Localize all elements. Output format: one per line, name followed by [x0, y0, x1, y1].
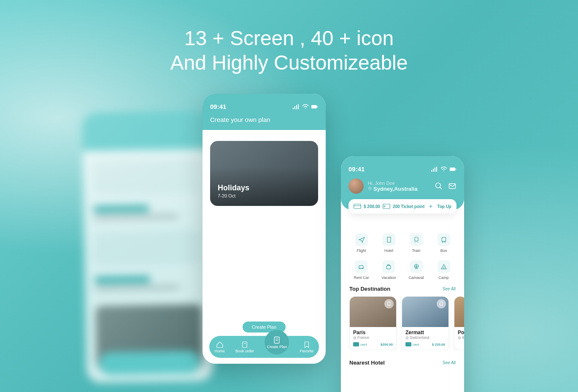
- plan-icon: [273, 336, 281, 344]
- signal-icon: [293, 104, 300, 109]
- cat-carnaval[interactable]: Carnaval: [408, 260, 424, 280]
- status-bar: 09:41: [348, 165, 456, 173]
- svg-point-37: [444, 241, 445, 242]
- svg-rect-8: [275, 337, 280, 343]
- cat-flight[interactable]: Flight: [355, 233, 368, 253]
- svg-rect-32: [415, 237, 418, 241]
- destination-card[interactable]: Paris ◎ France card$200.00: [349, 296, 397, 350]
- phone-mockup-home: 09:41 Hi, John Doe Sydney,Australia: [341, 156, 464, 392]
- nav-create-plan[interactable]: Create Plan: [265, 330, 289, 354]
- plus-icon: [427, 203, 435, 209]
- destination-card[interactable]: Zermatt ◎ Switzerland card$ 220.00: [402, 296, 449, 350]
- greeting: Hi, John Doe: [368, 181, 430, 186]
- bottom-nav: Home Book order Create Plan Favorite: [209, 336, 319, 358]
- battery-icon: [450, 167, 456, 172]
- nav-home[interactable]: Home: [215, 341, 225, 353]
- svg-rect-27: [387, 237, 391, 242]
- pin-icon: [368, 187, 372, 191]
- status-time: 09:41: [348, 165, 365, 173]
- bookmark-icon: [386, 301, 392, 306]
- nav-book-order[interactable]: Book order: [235, 341, 254, 353]
- search-icon[interactable]: [435, 182, 443, 190]
- dest-name: Po: [458, 330, 463, 335]
- svg-rect-0: [293, 108, 294, 109]
- svg-rect-14: [436, 167, 437, 172]
- svg-rect-35: [442, 238, 446, 241]
- section-title: Top Destination: [349, 286, 390, 292]
- cat-vacation[interactable]: Vacation: [381, 260, 396, 280]
- dest-name: Paris: [353, 330, 393, 335]
- svg-rect-40: [387, 265, 391, 269]
- nav-label: Favorite: [300, 349, 314, 353]
- see-all-link[interactable]: See All: [443, 360, 456, 365]
- svg-rect-5: [317, 106, 318, 107]
- plan-dates: 7-20 Oct: [218, 193, 249, 198]
- category-grid: Flight Hotel Train Bus Rent Car Vacation…: [341, 210, 464, 284]
- screen-title: Create your own plan: [210, 116, 318, 123]
- destination-row: Paris ◎ France card$200.00 Zermatt ◎ Swi…: [341, 296, 464, 350]
- suitcase-icon: [385, 263, 392, 270]
- svg-rect-11: [431, 170, 432, 172]
- car-icon: [358, 263, 365, 270]
- status-bar: 09:41: [210, 103, 318, 110]
- plan-name: Holidays: [218, 184, 249, 192]
- svg-point-17: [370, 188, 371, 189]
- cat-bus[interactable]: Bus: [438, 233, 450, 253]
- status-time: 09:41: [210, 103, 226, 110]
- svg-rect-12: [433, 169, 434, 172]
- svg-rect-2: [296, 105, 297, 109]
- hero-line-2: And Highly Customizeable: [170, 51, 408, 74]
- svg-point-18: [436, 183, 441, 188]
- wallet-points[interactable]: 200 Ticket point: [383, 203, 424, 209]
- svg-line-34: [417, 242, 418, 242]
- user-location: Sydney,Australia: [368, 186, 430, 192]
- plane-icon: [358, 236, 365, 243]
- cat-rentcar[interactable]: Rent Car: [354, 260, 369, 280]
- cat-train[interactable]: Train: [410, 233, 423, 253]
- svg-rect-3: [298, 104, 299, 109]
- svg-rect-4: [311, 105, 317, 108]
- svg-rect-16: [456, 168, 456, 170]
- phone-mockup-blurred: [82, 111, 213, 383]
- bookmark-icon: [303, 341, 311, 349]
- bookmark-icon: [439, 301, 444, 306]
- ticket-icon: [241, 341, 248, 349]
- svg-rect-21: [354, 204, 361, 209]
- building-icon: [386, 236, 392, 243]
- nav-label: Book order: [235, 349, 254, 353]
- nav-label: Home: [215, 349, 225, 353]
- nav-label: Create Plan: [267, 345, 287, 349]
- plan-card[interactable]: Holidays 7-20 Oct: [210, 141, 318, 206]
- dest-name: Zermatt: [405, 330, 445, 335]
- wallet-topup[interactable]: Top Up: [427, 203, 451, 209]
- wifi-icon: [440, 167, 447, 172]
- wallet-balance[interactable]: $ 200.00: [354, 203, 380, 209]
- see-all-link[interactable]: See All: [443, 287, 456, 291]
- svg-rect-15: [450, 168, 455, 171]
- destination-card[interactable]: Po ◎ It: [454, 296, 464, 350]
- mail-icon[interactable]: [448, 182, 456, 190]
- bookmark-button[interactable]: [384, 299, 394, 308]
- signal-icon: [431, 167, 438, 172]
- cat-hotel[interactable]: Hotel: [383, 233, 395, 253]
- bookmark-button[interactable]: [437, 299, 446, 308]
- wifi-icon: [302, 104, 309, 109]
- avatar[interactable]: [348, 178, 364, 194]
- section-title: Nearest Hotel: [349, 360, 385, 366]
- dest-country: ◎ Switzerland: [405, 335, 445, 340]
- cat-camp[interactable]: Camp: [438, 260, 450, 280]
- tent-icon: [440, 263, 447, 270]
- train-icon: [413, 236, 420, 243]
- svg-point-24: [384, 206, 385, 207]
- dest-country: ◎ France: [353, 335, 393, 340]
- bus-icon: [440, 236, 447, 243]
- svg-rect-13: [435, 168, 435, 172]
- card-icon: [354, 203, 361, 209]
- svg-line-33: [415, 242, 415, 242]
- home-icon: [216, 341, 224, 349]
- nav-favorite[interactable]: Favorite: [300, 341, 314, 353]
- ticket-icon: [383, 203, 390, 209]
- svg-rect-1: [294, 106, 295, 109]
- hero-text: 13 + Screen , 40 + icon And Highly Custo…: [0, 26, 578, 75]
- ferris-icon: [413, 263, 420, 270]
